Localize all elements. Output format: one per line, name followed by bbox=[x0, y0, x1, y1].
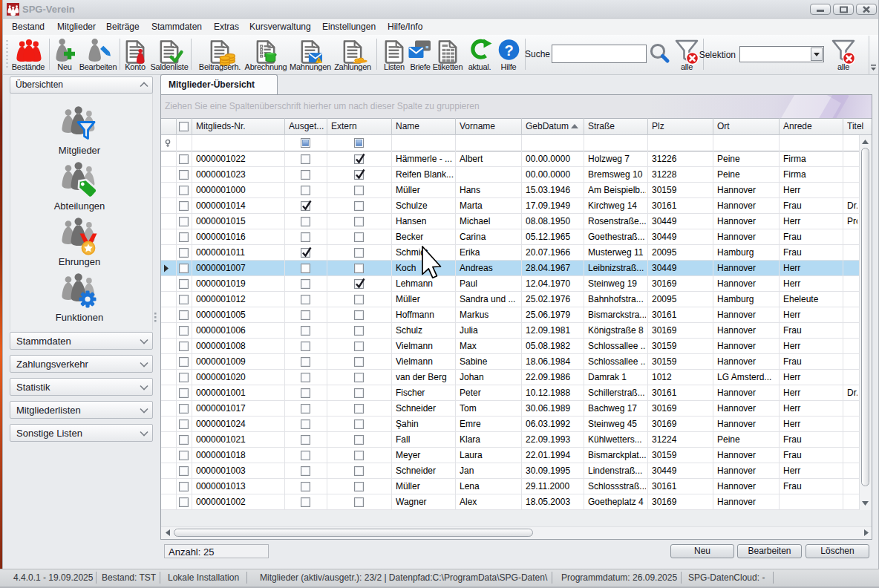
svg-text:?: ? bbox=[504, 42, 513, 59]
